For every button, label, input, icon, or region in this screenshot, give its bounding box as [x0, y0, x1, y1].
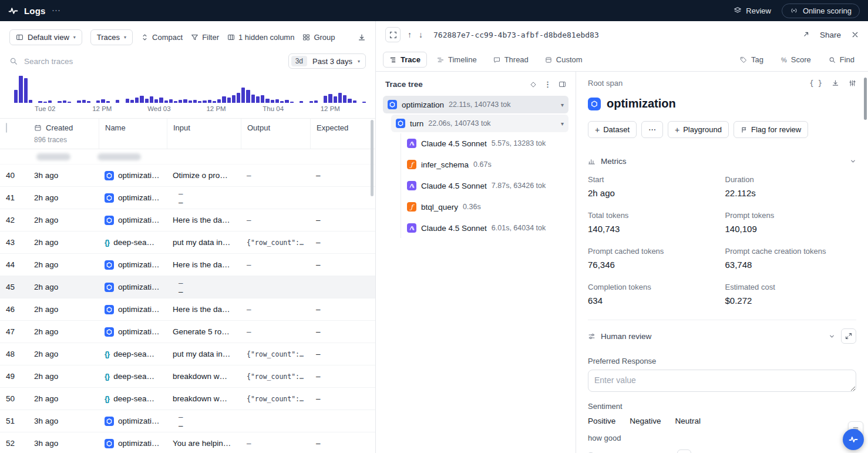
trace-tree-item[interactable]: ƒbtql_query0.36s	[403, 197, 568, 217]
table-row[interactable]: 492h ago{}deep-sea…breakdown w…{"row_cou…	[0, 365, 375, 388]
search-traces[interactable]	[9, 56, 282, 66]
flag-for-review-button[interactable]: Flag for review	[734, 121, 808, 138]
tab-trace[interactable]: Trace	[383, 52, 427, 68]
column-header-output[interactable]: Output	[241, 119, 310, 149]
sentiment-option-positive[interactable]: Positive	[588, 417, 615, 425]
sentiment-option-negative[interactable]: Negative	[630, 417, 661, 425]
next-trace-button[interactable]: ↓	[419, 30, 423, 39]
deep-search-icon: {}	[105, 372, 109, 381]
trace-detail-panel: ↑ ↓ 762887e7-cc99-4b73-afbf-d8bde81ebd83…	[376, 21, 868, 453]
table-row[interactable]: 482h ago{}deep-sea…put my data in…{"row_…	[0, 343, 375, 365]
select-all-checkbox[interactable]	[6, 123, 7, 133]
hidden-columns-button[interactable]: 1 hidden column	[227, 33, 294, 42]
table-row[interactable]: 513h agooptimizati…––	[0, 410, 375, 432]
group-button[interactable]: Group	[302, 33, 335, 42]
sentiment-option-neutral[interactable]: Neutral	[675, 417, 701, 425]
name-cell: optimizati…	[99, 165, 167, 186]
filter-button[interactable]: Filter	[191, 33, 219, 42]
expand-review-button[interactable]	[841, 328, 856, 344]
trace-tree-item[interactable]: turn22.06s, 140743 tok▾	[391, 115, 568, 132]
right-scrollbar[interactable]	[864, 78, 867, 120]
thread-tab-icon	[493, 56, 500, 63]
tab-custom[interactable]: Custom	[539, 52, 589, 68]
clear-score-button[interactable]	[677, 449, 691, 453]
table-row[interactable]: 523h agooptimizati…You are helpin…––	[0, 432, 375, 453]
name-cell: optimizati…	[99, 187, 167, 209]
table-row[interactable]: 442h agooptimizati…Here is the da…––	[0, 254, 375, 276]
chevron-down-icon[interactable]: ▾	[561, 102, 564, 108]
diamond-icon[interactable]	[530, 81, 537, 88]
page-menu-button[interactable]: ⋯	[52, 5, 61, 16]
histogram-bar	[193, 100, 197, 103]
view-selector[interactable]: Default view▾	[9, 29, 82, 45]
table-row[interactable]: 452h agooptimizati…––	[0, 276, 375, 298]
columns-icon	[227, 33, 235, 41]
table-row[interactable]: 412h agooptimizati…––	[0, 187, 375, 209]
download-icon[interactable]	[832, 79, 839, 87]
table-row[interactable]: 432h ago{}deep-sea…put my data in…{"row_…	[0, 231, 375, 254]
histogram-bar	[150, 96, 153, 103]
prev-trace-button[interactable]: ↑	[408, 30, 412, 39]
broadcast-icon	[790, 6, 798, 15]
metric-item: Duration22.112s	[725, 175, 857, 198]
histogram-bar	[309, 101, 313, 103]
table-row[interactable]: 462h agooptimizati…Here is the da…––	[0, 298, 375, 321]
trace-tree-item[interactable]: optimization22.11s, 140743 tok▾	[383, 96, 568, 113]
find-button[interactable]: Find	[822, 52, 861, 68]
add-to-dataset-button[interactable]: +Dataset	[588, 121, 637, 138]
adjust-columns-icon[interactable]	[849, 79, 856, 87]
redacted-cell	[97, 153, 141, 160]
focus-trace-button[interactable]	[385, 27, 401, 42]
more-actions-button[interactable]: ⋯	[641, 121, 663, 138]
histogram-bar	[334, 96, 337, 103]
assistant-fab[interactable]	[843, 429, 864, 450]
time-range-selector[interactable]: 3d Past 3 days ▾	[288, 53, 366, 69]
histogram-bar	[169, 99, 173, 103]
trace-tree-item[interactable]: Claude 4.5 Sonnet6.01s, 64034 tok	[403, 218, 568, 238]
table-row[interactable]: 472h agooptimizati…Generate 5 ro…––	[0, 321, 375, 343]
open-in-new-icon[interactable]	[802, 31, 809, 39]
share-button[interactable]: Share	[820, 31, 841, 39]
score-button[interactable]: % Score	[775, 52, 817, 68]
trace-tree-panel: Trace tree ⋮ optimization22.11s, 140743 …	[376, 72, 576, 453]
axis-tick-label: Wed 03	[147, 105, 170, 112]
table-row[interactable]: 403h agooptimizati…Otimize o pro…––	[0, 165, 375, 187]
human-review-section-header[interactable]: Human review	[588, 324, 856, 348]
histogram-bar	[19, 76, 22, 103]
column-header-name[interactable]: Name	[99, 119, 167, 149]
timeline-tab-icon	[437, 56, 444, 63]
tab-thread[interactable]: Thread	[487, 52, 535, 68]
column-header-expected[interactable]: Expected	[310, 119, 375, 149]
compact-toggle[interactable]: Compact	[141, 33, 183, 42]
online-scoring-button[interactable]: Online scoring	[782, 4, 860, 18]
close-icon[interactable]	[852, 31, 859, 38]
trace-tree-item[interactable]: Claude 4.5 Sonnet5.57s, 13283 tok	[403, 133, 568, 153]
tab-timeline[interactable]: Timeline	[430, 52, 483, 68]
function-icon: ƒ	[407, 160, 416, 169]
search-input[interactable]	[23, 56, 282, 66]
column-header-input[interactable]: Input	[167, 119, 241, 149]
export-button[interactable]	[358, 33, 366, 42]
metric-item: Prompt cache creation tokens63,748	[725, 247, 857, 270]
name-cell: optimizati…	[99, 254, 167, 276]
preferred-response-input[interactable]	[588, 370, 856, 392]
panel-toggle-icon[interactable]	[559, 80, 566, 88]
tag-button[interactable]: Tag	[734, 52, 770, 68]
add-to-playground-button[interactable]: +Playground	[668, 121, 729, 138]
table-row[interactable]: 502h ago{}deep-sea…breakdown w…{"row_cou…	[0, 388, 375, 410]
trace-tree-item[interactable]: Claude 4.5 Sonnet7.87s, 63426 tok	[403, 176, 568, 196]
review-button[interactable]: Review	[734, 6, 771, 15]
row-number: 45	[0, 276, 28, 298]
braces-icon[interactable]: { }	[809, 79, 822, 88]
metrics-section-header[interactable]: Metrics	[588, 152, 856, 170]
traces-selector[interactable]: Traces▾	[90, 29, 133, 45]
table-row[interactable]: 422h agooptimizati…Here is the da…––	[0, 209, 375, 231]
search-icon	[829, 56, 836, 63]
column-header-created[interactable]: Created 896 traces	[28, 119, 99, 149]
row-number: 47	[0, 321, 28, 343]
kebab-menu-icon[interactable]: ⋮	[544, 80, 551, 89]
trace-tree-item[interactable]: ƒinfer_schema0.67s	[403, 155, 568, 175]
chevron-down-icon[interactable]: ▾	[561, 120, 564, 127]
left-scrollbar[interactable]	[371, 120, 374, 196]
expected-cell: –	[310, 209, 375, 231]
